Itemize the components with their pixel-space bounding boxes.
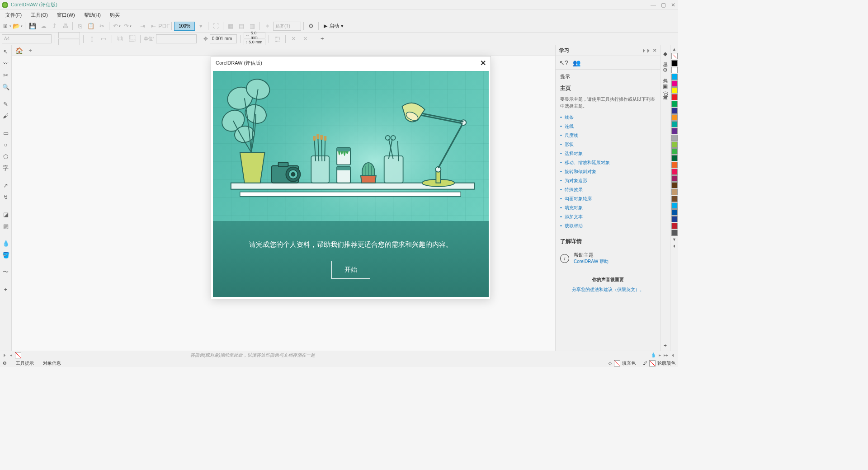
- help-link[interactable]: CorelDRAW 帮助: [574, 259, 609, 264]
- bounds-button[interactable]: ⬚: [272, 34, 282, 44]
- add-docker-button[interactable]: +: [662, 341, 669, 351]
- artistic-tool[interactable]: 🖌: [1, 111, 10, 120]
- color-swatch[interactable]: [671, 87, 678, 94]
- topic-link[interactable]: 尺度线: [565, 133, 578, 138]
- nudge-input[interactable]: 0.001 mm: [210, 34, 237, 43]
- color-swatch[interactable]: [671, 108, 678, 114]
- color-swatch[interactable]: [671, 114, 678, 121]
- collapse-icon[interactable]: ⏵⏵: [642, 48, 651, 53]
- color-swatch[interactable]: [671, 141, 678, 148]
- color-swatch[interactable]: [671, 128, 678, 134]
- ellipse-tool[interactable]: ○: [1, 140, 10, 149]
- connector-tool[interactable]: ↯: [1, 193, 10, 202]
- color-swatch[interactable]: [671, 67, 678, 73]
- topic-link[interactable]: 特殊效果: [565, 187, 583, 192]
- dimension-tool[interactable]: ↗: [1, 181, 10, 190]
- transparency-tool[interactable]: ▨: [1, 221, 10, 230]
- eyedropper-tool[interactable]: 💧: [1, 239, 10, 248]
- sidetab-hints[interactable]: ◆提示: [661, 47, 670, 62]
- dup-x[interactable]: ↔5.0 mm: [244, 32, 265, 38]
- smear-tool[interactable]: 〜: [1, 268, 10, 277]
- color-swatch[interactable]: [671, 189, 678, 195]
- topic-link[interactable]: 旋转和倾斜对象: [565, 169, 596, 174]
- color-swatch[interactable]: [671, 175, 678, 182]
- people-icon[interactable]: 👥: [573, 59, 580, 66]
- menu-help[interactable]: 帮助(H): [80, 11, 104, 19]
- color-swatch[interactable]: [671, 162, 678, 168]
- topic-link[interactable]: 连线: [565, 124, 574, 129]
- sidetab-objects[interactable]: ▣对象(O): [661, 80, 670, 101]
- fill-tool[interactable]: 🪣: [1, 250, 10, 259]
- color-swatch[interactable]: [671, 101, 678, 107]
- color-swatch[interactable]: [671, 80, 678, 87]
- dialog-close-button[interactable]: ✕: [480, 59, 486, 67]
- text-tool[interactable]: 字: [1, 164, 10, 173]
- color-swatch[interactable]: [671, 209, 678, 216]
- color-swatch[interactable]: [671, 155, 678, 161]
- docpal-expand-icon[interactable]: ⏴: [671, 352, 675, 357]
- cursor-help-icon[interactable]: ↖?: [559, 59, 568, 66]
- sidetab-properties[interactable]: ⚙属性: [661, 63, 670, 79]
- options-button[interactable]: ⚙: [306, 21, 316, 31]
- add-button[interactable]: +: [317, 34, 327, 44]
- menu-window[interactable]: 窗口(W): [53, 11, 79, 19]
- color-swatch[interactable]: [671, 202, 678, 209]
- docpal-eyedrop-icon[interactable]: 💧: [651, 352, 656, 357]
- topic-link[interactable]: 形状: [565, 142, 574, 147]
- topic-link[interactable]: 为对象造形: [565, 178, 587, 183]
- color-swatch[interactable]: [671, 169, 678, 175]
- topic-link[interactable]: 勾画对象轮廓: [565, 196, 592, 201]
- zoom-tool[interactable]: 🔍: [1, 82, 10, 91]
- topic-link[interactable]: 填充对象: [565, 205, 583, 210]
- rectangle-tool[interactable]: ▭: [1, 128, 10, 137]
- zoom-input[interactable]: [174, 22, 195, 31]
- color-swatch[interactable]: [671, 196, 678, 202]
- fill-indicator[interactable]: ◇ 填充色: [609, 360, 636, 367]
- pick-tool[interactable]: ↖: [1, 47, 10, 56]
- home-tab[interactable]: 🏠: [14, 46, 24, 55]
- color-swatch[interactable]: [671, 121, 678, 127]
- palette-down-icon[interactable]: ▼: [672, 236, 676, 243]
- color-swatch[interactable]: [671, 60, 678, 66]
- shadow-tool[interactable]: ◪: [1, 210, 10, 219]
- start-button[interactable]: 开始: [331, 261, 370, 279]
- docpal-left-icon[interactable]: ◂: [10, 352, 12, 357]
- topic-link[interactable]: 获取帮助: [565, 223, 583, 228]
- close-button[interactable]: ✕: [670, 2, 676, 8]
- new-button[interactable]: 🗎: [2, 21, 12, 31]
- docker-close-icon[interactable]: ✕: [653, 48, 656, 53]
- polygon-tool[interactable]: ⬠: [1, 152, 10, 161]
- color-swatch[interactable]: [671, 74, 678, 80]
- docpal-menu-icon[interactable]: ⏵: [3, 352, 7, 357]
- color-swatch[interactable]: [671, 223, 678, 229]
- no-color-swatch[interactable]: [671, 53, 678, 59]
- launch-button[interactable]: ▶ 启动 ▾: [321, 23, 346, 29]
- add-tool[interactable]: +: [1, 285, 10, 294]
- minimize-button[interactable]: —: [650, 2, 656, 8]
- feedback-link[interactable]: 分享您的想法和建议（仅限英文）。: [572, 287, 644, 292]
- color-swatch[interactable]: [671, 216, 678, 222]
- status-gear-icon[interactable]: ⚙: [3, 361, 7, 366]
- topic-link[interactable]: 线条: [565, 115, 574, 120]
- color-swatch[interactable]: [671, 182, 678, 188]
- docpal-nocolor[interactable]: [15, 352, 21, 358]
- open-button[interactable]: 📂: [13, 21, 23, 31]
- topic-link[interactable]: 添加文本: [565, 214, 583, 219]
- dup-y[interactable]: ↕5.0 mm: [244, 39, 265, 45]
- docpal-right2-icon[interactable]: ▸▸: [664, 352, 668, 357]
- color-swatch[interactable]: [671, 230, 678, 236]
- color-swatch[interactable]: [671, 94, 678, 100]
- color-swatch[interactable]: [671, 135, 678, 141]
- crop-tool[interactable]: ✂: [1, 70, 10, 80]
- docpal-right-icon[interactable]: ▸: [659, 352, 661, 357]
- maximize-button[interactable]: ▢: [660, 2, 666, 8]
- palette-up-icon[interactable]: ▲: [672, 46, 676, 52]
- add-tab[interactable]: +: [26, 47, 34, 55]
- menu-buy[interactable]: 购买: [106, 11, 123, 19]
- shape-tool[interactable]: 〰: [1, 59, 10, 68]
- menu-file[interactable]: 文件(F): [2, 11, 25, 19]
- outline-indicator[interactable]: 🖊 轮廓颜色: [643, 360, 675, 367]
- topic-link[interactable]: 移动、缩放和延展对象: [565, 160, 610, 165]
- topic-link[interactable]: 选择对象: [565, 151, 583, 156]
- color-swatch[interactable]: [671, 148, 678, 155]
